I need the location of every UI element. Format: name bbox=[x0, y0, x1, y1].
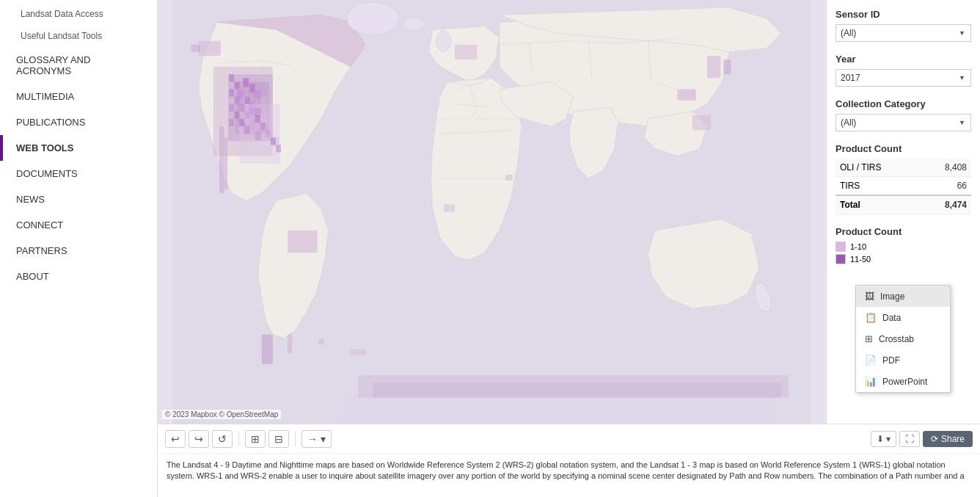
export-dropdown: 🖼 Image 📋 Data ⊞ Crosstab 📄 PDF 📊 bbox=[855, 285, 951, 393]
expand-button[interactable]: ⛶ bbox=[899, 431, 920, 447]
map-container[interactable]: © 2023 Mapbox © OpenStreetMap bbox=[158, 0, 826, 424]
svg-rect-50 bbox=[229, 119, 234, 126]
svg-rect-45 bbox=[234, 81, 239, 89]
undo-button[interactable]: ↩ bbox=[165, 430, 186, 448]
sidebar-item-glossary[interactable]: GLOSSARY AND ACRONYMS bbox=[0, 47, 157, 84]
svg-rect-59 bbox=[260, 123, 266, 130]
svg-rect-57 bbox=[249, 108, 255, 115]
export-pdf-label: PDF bbox=[882, 355, 900, 366]
table-row: TIRS 66 bbox=[835, 177, 971, 196]
legend-box-low bbox=[835, 242, 846, 252]
svg-rect-46 bbox=[229, 89, 234, 96]
svg-rect-53 bbox=[239, 104, 244, 112]
export-data-label: Data bbox=[882, 313, 901, 323]
svg-rect-52 bbox=[244, 97, 249, 104]
collection-category-select[interactable]: (All) T1 T2 bbox=[835, 114, 971, 131]
year-section: Year 2017 2016 2015 bbox=[835, 54, 971, 87]
svg-rect-8 bbox=[455, 45, 477, 59]
total-label: Total bbox=[835, 195, 920, 214]
sidebar-item-documents[interactable]: DOCUMENTS bbox=[0, 161, 157, 186]
svg-rect-11 bbox=[678, 89, 696, 100]
download-button[interactable]: ⬇ ▾ bbox=[871, 431, 896, 447]
svg-rect-43 bbox=[373, 382, 782, 397]
sidebar-item-connect[interactable]: CONNECT bbox=[0, 212, 157, 238]
export-image-label: Image bbox=[880, 291, 904, 302]
pdf-icon: 📄 bbox=[865, 355, 877, 366]
legend-item-low: 1-10 bbox=[835, 242, 971, 252]
image-icon: 🖼 bbox=[865, 291, 874, 302]
sensor-id-section: Sensor ID (All) OLI/TIRS TIRS bbox=[835, 9, 971, 42]
share-icon: ⟳ bbox=[931, 434, 938, 444]
sensor-id-select[interactable]: (All) OLI/TIRS TIRS bbox=[835, 24, 971, 42]
svg-rect-39 bbox=[444, 204, 455, 211]
add-button[interactable]: ⊞ bbox=[245, 430, 266, 448]
svg-rect-54 bbox=[244, 112, 249, 119]
export-pdf[interactable]: 📄 PDF bbox=[856, 349, 950, 371]
powerpoint-icon: 📊 bbox=[865, 376, 877, 387]
export-powerpoint-label: PowerPoint bbox=[882, 377, 927, 387]
world-map bbox=[158, 0, 826, 424]
svg-rect-13 bbox=[707, 56, 720, 78]
year-label: Year bbox=[835, 54, 971, 65]
main-content: © 2023 Mapbox © OpenStreetMap Sensor ID … bbox=[158, 0, 980, 497]
bottom-description: The Landsat 4 - 9 Daytime and Nighttime … bbox=[158, 453, 980, 497]
svg-rect-56 bbox=[244, 126, 249, 134]
svg-rect-48 bbox=[229, 104, 234, 112]
sidebar-item-multimedia[interactable]: MULTIMEDIA bbox=[0, 84, 157, 109]
svg-point-16 bbox=[403, 17, 424, 30]
export-crosstab[interactable]: ⊞ Crosstab bbox=[856, 328, 950, 349]
sensor-name-oli: OLI / TIRS bbox=[835, 159, 920, 177]
legend-range-low: 1-10 bbox=[850, 242, 866, 251]
sensor-count-tirs: 66 bbox=[920, 177, 971, 196]
export-data[interactable]: 📋 Data bbox=[856, 307, 950, 328]
sidebar-item-about[interactable]: ABOUT bbox=[0, 264, 157, 289]
sensor-id-label: Sensor ID bbox=[835, 9, 971, 20]
bottom-toolbar: ↩ ↪ ↺ ⊞ ⊟ → ▾ ⬇ ▾ ⛶ ⟳ Share bbox=[158, 424, 980, 453]
redo-button[interactable]: ↪ bbox=[189, 430, 209, 448]
total-row: Total 8,474 bbox=[835, 195, 971, 214]
svg-rect-19 bbox=[255, 90, 261, 98]
share-label: Share bbox=[941, 434, 965, 444]
product-count-table: OLI / TIRS 8,408 TIRS 66 Total 8,474 bbox=[835, 159, 971, 214]
table-row: OLI / TIRS 8,408 bbox=[835, 159, 971, 177]
svg-point-36 bbox=[318, 339, 324, 345]
svg-rect-31 bbox=[199, 41, 221, 56]
sidebar-item-publications[interactable]: PUBLICATIONS bbox=[0, 109, 157, 135]
sidebar: Landsat Data Access Useful Landsat Tools… bbox=[0, 0, 158, 497]
sidebar-item-news[interactable]: NEWS bbox=[0, 186, 157, 212]
collection-category-section: Collection Category (All) T1 T2 bbox=[835, 98, 971, 131]
svg-rect-34 bbox=[224, 137, 227, 189]
product-count-section: Product Count OLI / TIRS 8,408 TIRS 66 T… bbox=[835, 143, 971, 214]
sensor-count-oli: 8,408 bbox=[920, 159, 971, 177]
reset-button[interactable]: ↺ bbox=[212, 430, 233, 448]
svg-rect-22 bbox=[261, 96, 267, 105]
svg-rect-14 bbox=[723, 59, 731, 74]
share-button[interactable]: ⟳ Share bbox=[923, 431, 973, 447]
svg-rect-44 bbox=[229, 74, 234, 81]
export-image[interactable]: 🖼 Image bbox=[856, 286, 950, 307]
svg-rect-60 bbox=[266, 130, 271, 137]
collection-category-label: Collection Category bbox=[835, 98, 971, 109]
legend-section: Product Count 1-10 11-50 bbox=[835, 226, 971, 264]
svg-rect-17 bbox=[243, 78, 249, 87]
sidebar-item-useful-landsat-tools[interactable]: Useful Landsat Tools bbox=[0, 25, 157, 47]
svg-rect-58 bbox=[255, 115, 260, 123]
svg-rect-33 bbox=[219, 126, 224, 193]
arrow-button[interactable]: → ▾ bbox=[301, 430, 332, 448]
remove-button[interactable]: ⊟ bbox=[268, 430, 289, 448]
sidebar-item-landsat-data-access[interactable]: Landsat Data Access bbox=[0, 3, 157, 25]
year-select[interactable]: 2017 2016 2015 bbox=[835, 69, 971, 87]
right-panel: Sensor ID (All) OLI/TIRS TIRS Year 2017 … bbox=[826, 0, 980, 424]
toolbar-separator-1 bbox=[238, 432, 239, 446]
svg-rect-37 bbox=[351, 349, 365, 355]
export-powerpoint[interactable]: 📊 PowerPoint bbox=[856, 371, 950, 392]
svg-point-7 bbox=[436, 31, 451, 51]
total-count: 8,474 bbox=[920, 195, 971, 214]
legend-item-high: 11-50 bbox=[835, 254, 971, 264]
svg-rect-41 bbox=[343, 394, 774, 424]
sidebar-item-partners[interactable]: PARTNERS bbox=[0, 238, 157, 264]
crosstab-icon: ⊞ bbox=[865, 333, 873, 344]
legend-label: Product Count bbox=[835, 226, 971, 237]
sidebar-item-web-tools[interactable]: WEB TOOLS bbox=[0, 135, 157, 161]
svg-rect-5 bbox=[288, 231, 317, 253]
